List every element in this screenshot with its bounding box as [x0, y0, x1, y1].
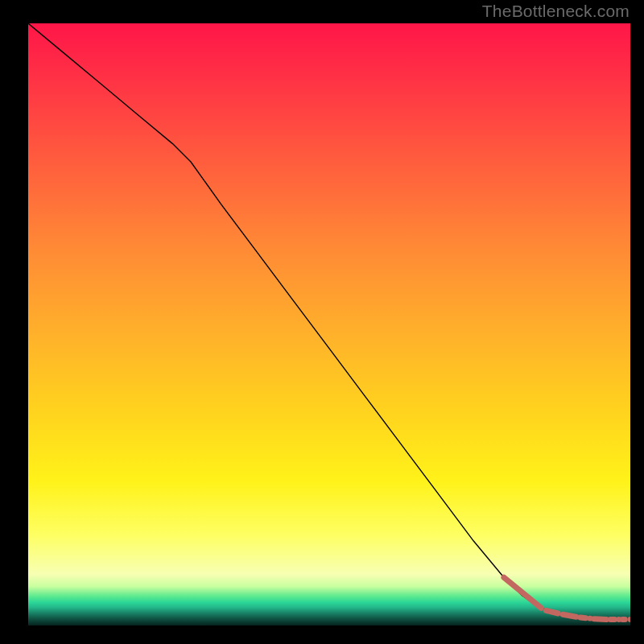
chart-frame: TheBottleneck.com	[0, 0, 644, 644]
svg-point-2	[628, 617, 630, 622]
svg-point-1	[616, 617, 621, 622]
watermark-text: TheBottleneck.com	[482, 2, 630, 21]
main-curve	[28, 23, 630, 620]
svg-point-0	[588, 616, 593, 621]
plot-svg	[28, 23, 630, 625]
plot-area	[28, 23, 630, 625]
tail-highlight	[504, 577, 630, 622]
